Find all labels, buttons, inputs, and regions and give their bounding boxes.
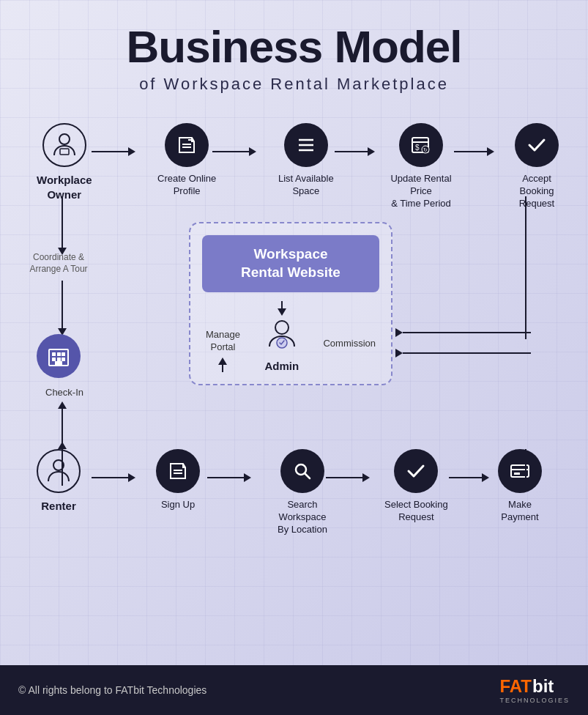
v-line-up xyxy=(222,365,223,372)
create-profile-icon xyxy=(165,123,209,167)
signup-label: Sign Up xyxy=(161,499,195,511)
page-subtitle: of Workspace Rental Marketplace xyxy=(15,75,573,94)
node-create-profile: Create OnlineProfile xyxy=(157,123,216,198)
node-update-rental: $ ↻ Update Rental Price& Time Period xyxy=(388,123,454,210)
signup-icon xyxy=(156,449,200,493)
vert-down-2 xyxy=(58,281,67,336)
accept-booking-icon xyxy=(515,123,559,167)
node-list-space: List AvailableSpace xyxy=(278,123,334,198)
make-payment-label: MakePayment xyxy=(501,499,538,524)
svg-rect-1 xyxy=(60,149,69,155)
content-area: WorkplaceOwner Create Onl xyxy=(0,108,588,665)
admin-icon xyxy=(264,317,300,358)
node-building xyxy=(37,334,81,378)
svg-point-0 xyxy=(59,134,70,144)
manage-portal-label: ManagePortal xyxy=(206,329,240,354)
checkin-label: Check-In xyxy=(45,387,83,398)
svg-point-20 xyxy=(275,321,289,334)
arrow-top-2 xyxy=(212,147,256,178)
node-make-payment: MakePayment xyxy=(498,449,542,524)
list-space-icon xyxy=(284,123,328,167)
svg-text:$: $ xyxy=(415,144,420,152)
admin-label: Admin xyxy=(264,360,299,372)
create-profile-label: Create OnlineProfile xyxy=(157,173,216,198)
admin-figure: Admin xyxy=(264,301,300,372)
update-rental-label: Update Rental Price& Time Period xyxy=(388,173,454,210)
svg-rect-29 xyxy=(514,473,520,475)
footer-logo-fat: FAT xyxy=(499,676,532,697)
svg-rect-13 xyxy=(52,352,56,356)
svg-rect-17 xyxy=(57,358,61,361)
arrow-bot-1 xyxy=(92,473,135,504)
select-booking-icon xyxy=(394,449,438,493)
commission-label: Commission xyxy=(323,338,376,372)
select-booking-label: Select BookingRequest xyxy=(384,499,448,524)
arrow-top-4 xyxy=(454,147,494,178)
footer-logo-bit: bit xyxy=(532,676,554,697)
search-workspace-icon xyxy=(280,449,324,493)
right-vert-down xyxy=(525,196,526,339)
footer-logo-container: FAT bit TECHNOLOGIES xyxy=(499,676,570,704)
arrow-bot-3 xyxy=(326,473,370,504)
svg-rect-14 xyxy=(57,352,61,356)
svg-rect-16 xyxy=(52,358,56,361)
node-select-booking: Select BookingRequest xyxy=(384,449,448,524)
svg-rect-19 xyxy=(55,361,62,366)
main-container: Business Model of Workspace Rental Marke… xyxy=(0,0,588,715)
svg-text:↻: ↻ xyxy=(423,147,428,152)
footer: © All rights belong to FATbit Technologi… xyxy=(0,665,588,715)
up-arrow-admin xyxy=(218,358,227,365)
manage-portal-section: ManagePortal xyxy=(206,329,240,372)
search-workspace-label: Search WorkspaceBy Location xyxy=(269,499,335,536)
make-payment-icon xyxy=(498,449,542,493)
workspace-box: WorkspaceRental Website ManagePortal xyxy=(189,222,392,385)
vert-up-renter xyxy=(58,442,67,486)
header: Business Model of Workspace Rental Marke… xyxy=(0,0,588,108)
diagram: WorkplaceOwner Create Onl xyxy=(15,116,573,643)
workspace-rental-label: WorkspaceRental Website xyxy=(202,235,379,292)
page-title: Business Model xyxy=(15,22,573,72)
list-space-label: List AvailableSpace xyxy=(278,173,334,198)
right-vert-up xyxy=(525,449,526,489)
accept-booking-label: Accept BookingRequest xyxy=(504,173,570,210)
horiz-left-2 xyxy=(395,349,531,358)
horiz-left-1 xyxy=(395,328,531,337)
svg-rect-18 xyxy=(62,358,65,361)
footer-logo-sub: TECHNOLOGIES xyxy=(499,697,570,704)
node-workplace-owner: WorkplaceOwner xyxy=(37,123,92,201)
admin-section: ManagePortal xyxy=(202,301,379,372)
arrow-bot-4 xyxy=(449,473,489,504)
svg-line-26 xyxy=(305,473,310,478)
arrow-bot-2 xyxy=(207,473,251,504)
footer-copyright: © All rights belong to FATbit Technologi… xyxy=(18,684,206,696)
node-accept-booking: Accept BookingRequest xyxy=(504,123,570,210)
update-rental-icon: $ ↻ xyxy=(399,123,443,167)
renter-label: Renter xyxy=(41,499,76,514)
workplace-owner-icon xyxy=(42,123,86,167)
svg-rect-15 xyxy=(62,352,65,356)
node-signup: Sign Up xyxy=(156,449,200,511)
down-arrow-admin xyxy=(278,308,286,316)
building-icon xyxy=(37,334,81,378)
coordinate-label: Coordinate &Arrange A Tour xyxy=(18,252,99,275)
arrow-top-3 xyxy=(335,147,375,178)
vert-down-owner xyxy=(58,196,67,255)
arrow-top-1 xyxy=(92,147,135,178)
